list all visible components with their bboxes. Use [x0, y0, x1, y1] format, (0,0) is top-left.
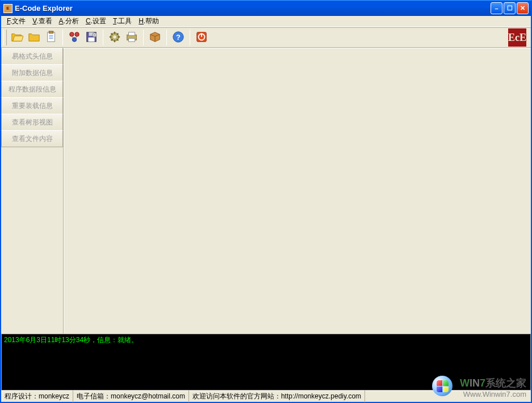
- svg-rect-10: [89, 37, 95, 41]
- svg-rect-1: [49, 31, 53, 33]
- settings-button[interactable]: [107, 30, 123, 45]
- sidebar-item-load-info[interactable]: 重要装载信息: [1, 97, 63, 114]
- svg-rect-16: [129, 32, 135, 35]
- compile-button[interactable]: [66, 30, 82, 45]
- sidebar-item-extra-data[interactable]: 附加数据信息: [1, 64, 63, 81]
- menu-help-label: 帮助: [145, 17, 159, 25]
- menu-tools[interactable]: T.工具: [110, 15, 135, 27]
- svg-rect-17: [129, 38, 135, 41]
- svg-point-14: [113, 35, 116, 39]
- status-website: 欢迎访问本软件的官方网站：http://monkeycz.pediy.com: [189, 390, 365, 402]
- console[interactable]: 2013年6月3日11时13分34秒，信息：就绪。: [1, 334, 531, 390]
- svg-point-5: [70, 32, 74, 36]
- menubar: F.文件 V.查看 A.分析 C.设置 T.工具 H.帮助: [1, 16, 531, 27]
- status-designer: 程序设计：monkeycz: [1, 390, 73, 402]
- menu-view-label: 查看: [39, 17, 52, 25]
- sidebar: 易格式头信息 附加数据信息 程序数据段信息 重要装载信息 查看树形视图 查看文件…: [1, 48, 64, 334]
- close-button[interactable]: ✕: [517, 2, 529, 14]
- power-icon: [195, 31, 208, 45]
- open-folder-button[interactable]: [26, 30, 42, 45]
- sidebar-item-header-info[interactable]: 易格式头信息: [1, 48, 63, 65]
- minimize-button[interactable]: –: [491, 2, 502, 14]
- window-title: E-Code Explorer: [15, 4, 491, 13]
- box-icon: [149, 31, 161, 45]
- menu-help[interactable]: H.帮助: [135, 15, 162, 27]
- open-file-button[interactable]: [9, 30, 25, 45]
- gear-icon: [108, 31, 121, 45]
- sidebar-item-file-content[interactable]: 查看文件内容: [1, 130, 63, 147]
- disk-button[interactable]: [83, 30, 99, 45]
- menu-analyze-label: 分析: [65, 17, 79, 25]
- toolbar-sep: [103, 30, 103, 45]
- open-folder-icon: [11, 31, 23, 45]
- svg-point-6: [75, 32, 79, 36]
- titlebar: E E-Code Explorer – ☐ ✕: [0, 0, 532, 16]
- status-email: 电子信箱：monkeycz@hotmail.com: [73, 390, 189, 402]
- content-area: [64, 48, 531, 334]
- maximize-button[interactable]: ☐: [504, 2, 516, 14]
- app-icon: E: [3, 4, 12, 13]
- main-area: 易格式头信息 附加数据信息 程序数据段信息 重要装载信息 查看树形视图 查看文件…: [1, 48, 531, 334]
- menu-config-label: 设置: [93, 17, 106, 25]
- clipboard-icon: [45, 31, 57, 45]
- menu-file[interactable]: F.文件: [3, 15, 29, 27]
- menu-view[interactable]: V.查看: [29, 15, 55, 27]
- toolbar-grip: [3, 30, 7, 45]
- window-controls: – ☐ ✕: [491, 2, 529, 14]
- sidebar-item-program-data[interactable]: 程序数据段信息: [1, 81, 63, 98]
- print-icon: [125, 31, 138, 45]
- toolbar-sep: [143, 30, 144, 45]
- menu-config[interactable]: C.设置: [82, 15, 110, 27]
- toolbar-sep: [166, 30, 167, 45]
- disk-icon: [85, 31, 98, 45]
- sidebar-item-tree-view[interactable]: 查看树形视图: [1, 114, 63, 131]
- power-button[interactable]: [194, 30, 210, 45]
- svg-text:?: ?: [176, 32, 181, 41]
- app-logo: EcE: [508, 28, 526, 47]
- toolbar: ? EcE: [1, 27, 531, 48]
- clipboard-button[interactable]: [43, 30, 59, 45]
- svg-point-12: [94, 34, 95, 35]
- folder-icon: [28, 31, 40, 45]
- toolbar-sep: [62, 30, 63, 45]
- help-button[interactable]: ?: [170, 30, 186, 45]
- help-icon: ?: [172, 31, 185, 45]
- menu-file-label: 文件: [12, 17, 26, 25]
- menu-analyze[interactable]: A.分析: [56, 15, 82, 27]
- compile-icon: [68, 31, 81, 45]
- statusbar: 程序设计：monkeycz 电子信箱：monkeycz@hotmail.com …: [1, 390, 531, 402]
- console-line: 2013年6月3日11时13分34秒，信息：就绪。: [4, 335, 528, 345]
- toolbar-sep: [190, 30, 190, 45]
- box-button[interactable]: [147, 30, 163, 45]
- menu-tools-label: 工具: [118, 17, 132, 25]
- window-body: F.文件 V.查看 A.分析 C.设置 T.工具 H.帮助: [0, 16, 532, 403]
- print-button[interactable]: [124, 30, 140, 45]
